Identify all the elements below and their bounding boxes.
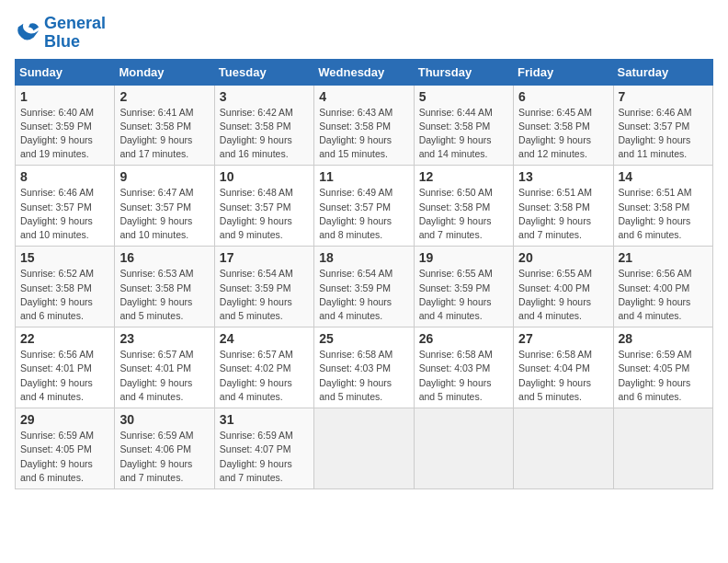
- day-detail: Sunrise: 6:56 AMSunset: 4:00 PMDaylight:…: [619, 268, 692, 321]
- day-number: 21: [619, 250, 708, 265]
- day-detail: Sunrise: 6:55 AMSunset: 4:00 PMDaylight:…: [518, 268, 592, 321]
- calendar-cell: 11 Sunrise: 6:49 AMSunset: 3:57 PMDaylig…: [314, 166, 414, 247]
- day-number: 17: [220, 250, 309, 265]
- day-detail: Sunrise: 6:59 AMSunset: 4:07 PMDaylight:…: [220, 430, 293, 483]
- calendar-cell: [613, 408, 712, 489]
- calendar-cell: [314, 408, 414, 489]
- day-number: 23: [119, 331, 209, 346]
- day-number: 10: [220, 169, 309, 184]
- calendar-cell: 2 Sunrise: 6:41 AMSunset: 3:58 PMDayligh…: [115, 85, 214, 166]
- day-detail: Sunrise: 6:58 AMSunset: 4:04 PMDaylight:…: [518, 349, 592, 402]
- day-number: 22: [20, 331, 109, 346]
- day-header-monday: Monday: [115, 59, 214, 85]
- calendar-cell: [414, 408, 513, 489]
- day-number: 20: [518, 250, 608, 265]
- day-number: 2: [119, 89, 209, 104]
- calendar-cell: 14 Sunrise: 6:51 AMSunset: 3:58 PMDaylig…: [613, 166, 712, 247]
- day-detail: Sunrise: 6:42 AMSunset: 3:58 PMDaylight:…: [220, 107, 293, 160]
- calendar-cell: 16 Sunrise: 6:53 AMSunset: 3:58 PMDaylig…: [115, 247, 214, 327]
- calendar-week-3: 15 Sunrise: 6:52 AMSunset: 3:58 PMDaylig…: [16, 247, 713, 327]
- day-number: 25: [319, 331, 408, 346]
- logo-text-line1: General: [44, 14, 106, 32]
- calendar-table: SundayMondayTuesdayWednesdayThursdayFrid…: [15, 59, 713, 489]
- day-detail: Sunrise: 6:47 AMSunset: 3:57 PMDaylight:…: [119, 187, 193, 240]
- calendar-cell: 1 Sunrise: 6:40 AMSunset: 3:59 PMDayligh…: [16, 85, 115, 166]
- day-detail: Sunrise: 6:45 AMSunset: 3:58 PMDaylight:…: [518, 107, 592, 160]
- day-detail: Sunrise: 6:56 AMSunset: 4:01 PMDaylight:…: [20, 349, 94, 402]
- calendar-cell: 23 Sunrise: 6:57 AMSunset: 4:01 PMDaylig…: [115, 327, 214, 408]
- day-detail: Sunrise: 6:51 AMSunset: 3:58 PMDaylight:…: [619, 187, 692, 240]
- day-header-sunday: Sunday: [16, 59, 115, 85]
- day-detail: Sunrise: 6:51 AMSunset: 3:58 PMDaylight:…: [518, 187, 592, 240]
- day-header-wednesday: Wednesday: [314, 59, 414, 85]
- day-detail: Sunrise: 6:59 AMSunset: 4:06 PMDaylight:…: [119, 430, 193, 483]
- day-detail: Sunrise: 6:59 AMSunset: 4:05 PMDaylight:…: [20, 430, 94, 483]
- calendar-cell: 8 Sunrise: 6:46 AMSunset: 3:57 PMDayligh…: [16, 166, 115, 247]
- page-header: General Blue: [15, 15, 713, 52]
- day-detail: Sunrise: 6:50 AMSunset: 3:58 PMDaylight:…: [419, 187, 493, 240]
- calendar-cell: 19 Sunrise: 6:55 AMSunset: 3:59 PMDaylig…: [414, 247, 513, 327]
- day-detail: Sunrise: 6:55 AMSunset: 3:59 PMDaylight:…: [419, 268, 493, 321]
- day-detail: Sunrise: 6:58 AMSunset: 4:03 PMDaylight:…: [319, 349, 392, 402]
- calendar-cell: 10 Sunrise: 6:48 AMSunset: 3:57 PMDaylig…: [214, 166, 313, 247]
- day-number: 30: [119, 412, 209, 427]
- day-detail: Sunrise: 6:54 AMSunset: 3:59 PMDaylight:…: [220, 268, 293, 321]
- day-number: 11: [319, 169, 408, 184]
- day-header-saturday: Saturday: [613, 59, 712, 85]
- day-detail: Sunrise: 6:49 AMSunset: 3:57 PMDaylight:…: [319, 187, 392, 240]
- day-detail: Sunrise: 6:53 AMSunset: 3:58 PMDaylight:…: [119, 268, 193, 321]
- day-detail: Sunrise: 6:43 AMSunset: 3:58 PMDaylight:…: [319, 107, 392, 160]
- day-detail: Sunrise: 6:57 AMSunset: 4:02 PMDaylight:…: [220, 349, 293, 402]
- calendar-cell: 18 Sunrise: 6:54 AMSunset: 3:59 PMDaylig…: [314, 247, 414, 327]
- calendar-cell: 30 Sunrise: 6:59 AMSunset: 4:06 PMDaylig…: [115, 408, 214, 489]
- day-detail: Sunrise: 6:46 AMSunset: 3:57 PMDaylight:…: [619, 107, 692, 160]
- calendar-week-2: 8 Sunrise: 6:46 AMSunset: 3:57 PMDayligh…: [16, 166, 713, 247]
- day-header-friday: Friday: [514, 59, 613, 85]
- day-number: 18: [319, 250, 408, 265]
- logo-text-line2: Blue: [44, 32, 80, 51]
- calendar-cell: 12 Sunrise: 6:50 AMSunset: 3:58 PMDaylig…: [414, 166, 513, 247]
- calendar-week-1: 1 Sunrise: 6:40 AMSunset: 3:59 PMDayligh…: [16, 85, 713, 166]
- calendar-cell: 27 Sunrise: 6:58 AMSunset: 4:04 PMDaylig…: [514, 327, 613, 408]
- calendar-cell: 3 Sunrise: 6:42 AMSunset: 3:58 PMDayligh…: [214, 85, 313, 166]
- day-detail: Sunrise: 6:52 AMSunset: 3:58 PMDaylight:…: [20, 268, 94, 321]
- calendar-cell: 17 Sunrise: 6:54 AMSunset: 3:59 PMDaylig…: [214, 247, 313, 327]
- day-number: 16: [119, 250, 209, 265]
- calendar-cell: 7 Sunrise: 6:46 AMSunset: 3:57 PMDayligh…: [613, 85, 712, 166]
- calendar-cell: 26 Sunrise: 6:58 AMSunset: 4:03 PMDaylig…: [414, 327, 513, 408]
- calendar-cell: 9 Sunrise: 6:47 AMSunset: 3:57 PMDayligh…: [115, 166, 214, 247]
- day-number: 8: [20, 169, 109, 184]
- day-header-tuesday: Tuesday: [214, 59, 313, 85]
- calendar-cell: 13 Sunrise: 6:51 AMSunset: 3:58 PMDaylig…: [514, 166, 613, 247]
- day-number: 15: [20, 250, 109, 265]
- day-detail: Sunrise: 6:57 AMSunset: 4:01 PMDaylight:…: [119, 349, 193, 402]
- calendar-cell: [514, 408, 613, 489]
- day-detail: Sunrise: 6:46 AMSunset: 3:57 PMDaylight:…: [20, 187, 94, 240]
- day-number: 19: [419, 250, 508, 265]
- day-number: 28: [619, 331, 708, 346]
- day-detail: Sunrise: 6:58 AMSunset: 4:03 PMDaylight:…: [419, 349, 493, 402]
- day-detail: Sunrise: 6:59 AMSunset: 4:05 PMDaylight:…: [619, 349, 692, 402]
- day-number: 5: [419, 89, 508, 104]
- day-number: 6: [518, 89, 608, 104]
- logo: General Blue: [15, 15, 106, 52]
- calendar-cell: 21 Sunrise: 6:56 AMSunset: 4:00 PMDaylig…: [613, 247, 712, 327]
- calendar-cell: 20 Sunrise: 6:55 AMSunset: 4:00 PMDaylig…: [514, 247, 613, 327]
- day-header-thursday: Thursday: [414, 59, 513, 85]
- calendar-cell: 5 Sunrise: 6:44 AMSunset: 3:58 PMDayligh…: [414, 85, 513, 166]
- day-number: 26: [419, 331, 508, 346]
- calendar-cell: 4 Sunrise: 6:43 AMSunset: 3:58 PMDayligh…: [314, 85, 414, 166]
- calendar-cell: 6 Sunrise: 6:45 AMSunset: 3:58 PMDayligh…: [514, 85, 613, 166]
- day-number: 12: [419, 169, 508, 184]
- calendar-cell: 22 Sunrise: 6:56 AMSunset: 4:01 PMDaylig…: [16, 327, 115, 408]
- calendar-week-4: 22 Sunrise: 6:56 AMSunset: 4:01 PMDaylig…: [16, 327, 713, 408]
- day-number: 4: [319, 89, 408, 104]
- day-detail: Sunrise: 6:40 AMSunset: 3:59 PMDaylight:…: [20, 107, 94, 160]
- calendar-cell: 28 Sunrise: 6:59 AMSunset: 4:05 PMDaylig…: [613, 327, 712, 408]
- calendar-cell: 29 Sunrise: 6:59 AMSunset: 4:05 PMDaylig…: [16, 408, 115, 489]
- day-number: 31: [220, 412, 309, 427]
- day-detail: Sunrise: 6:48 AMSunset: 3:57 PMDaylight:…: [220, 187, 293, 240]
- calendar-cell: 24 Sunrise: 6:57 AMSunset: 4:02 PMDaylig…: [214, 327, 313, 408]
- day-number: 7: [619, 89, 708, 104]
- day-number: 1: [20, 89, 109, 104]
